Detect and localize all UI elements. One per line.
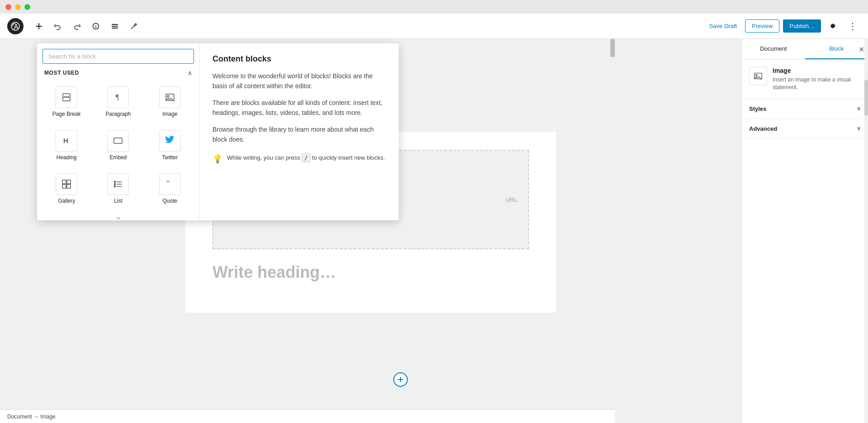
quote-icon: "	[159, 173, 181, 195]
toolbar: Save Draft Preview Publish… ⋮	[0, 14, 868, 39]
toolbar-left	[7, 18, 701, 34]
paragraph-label: Paragraph	[105, 111, 131, 117]
maximize-btn[interactable]	[24, 4, 30, 10]
block-item-heading[interactable]: H Heading	[41, 124, 92, 167]
block-info-title: Image	[773, 67, 861, 74]
sidebar-close-button[interactable]: ✕	[859, 45, 864, 53]
info-button[interactable]	[88, 18, 104, 34]
styles-accordion[interactable]: Styles ∨	[742, 99, 868, 119]
settings-button[interactable]	[825, 18, 841, 34]
heading-label: Heading	[57, 154, 77, 161]
paragraph-icon: ¶	[107, 86, 129, 108]
tab-document[interactable]: Document	[742, 39, 805, 59]
content-blocks-panel: Content blocks Welcome to the wonderful …	[200, 43, 399, 220]
most-used-header: Most used ∧	[37, 64, 199, 80]
quote-label: Quote	[162, 198, 177, 204]
close-btn[interactable]	[5, 4, 11, 10]
sidebar-scrollbar-thumb	[864, 80, 868, 116]
tip-text: While writing, you can press / to quickl…	[227, 153, 385, 162]
redo-button[interactable]	[69, 18, 85, 34]
svg-point-12	[167, 95, 169, 97]
preview-button[interactable]: Preview	[745, 19, 779, 33]
svg-point-27	[756, 74, 758, 76]
block-inserter-panel: Most used ∧ Page Break ¶ Paragraph	[37, 43, 399, 220]
svg-text:": "	[166, 179, 170, 188]
heading-placeholder[interactable]: Write heading…	[212, 263, 529, 282]
image-block-label: Image	[162, 111, 177, 117]
svg-rect-3	[112, 26, 118, 27]
advanced-accordion[interactable]: Advanced ∨	[742, 119, 868, 139]
breadcrumb: Document → Image	[7, 413, 56, 420]
titlebar	[0, 0, 868, 14]
list-view-button[interactable]	[107, 18, 123, 34]
block-info-section: Image Insert an image to make a visual s…	[742, 60, 868, 99]
content-blocks-body1: There are blocks available for all kinds…	[212, 98, 386, 118]
minimize-btn[interactable]	[15, 4, 21, 10]
block-search-input[interactable]	[42, 49, 194, 64]
svg-text:¶: ¶	[116, 93, 119, 101]
right-sidebar: Document Block ✕ Image Insert an image t…	[741, 39, 868, 423]
breadcrumb-bar: Document → Image	[0, 409, 615, 423]
content-blocks-body2: Browse through the library to learn more…	[212, 124, 386, 145]
gallery-label: Gallery	[58, 198, 75, 204]
undo-button[interactable]	[50, 18, 66, 34]
publish-button[interactable]: Publish…	[783, 19, 821, 33]
block-item-page-break[interactable]: Page Break	[41, 80, 92, 124]
search-area	[37, 43, 199, 64]
content-blocks-intro: Welcome to the wonderful world of blocks…	[212, 71, 386, 91]
block-item-gallery[interactable]: Gallery	[41, 167, 92, 210]
block-item-list[interactable]: List	[92, 167, 144, 210]
wp-logo[interactable]	[7, 18, 24, 34]
block-item-quote[interactable]: " Quote	[144, 167, 196, 210]
tip-icon: 💡	[212, 154, 222, 164]
svg-rect-14	[114, 138, 122, 143]
svg-rect-4	[112, 28, 118, 29]
page-break-label: Page Break	[52, 111, 81, 117]
block-item-twitter[interactable]: Twitter	[144, 124, 196, 167]
editor-add-block-button[interactable]	[393, 372, 408, 387]
most-used-collapse-button[interactable]: ∧	[188, 69, 192, 76]
block-info-text: Image Insert an image to make a visual s…	[773, 67, 861, 91]
page-break-icon	[56, 86, 77, 108]
svg-rect-17	[62, 185, 66, 188]
advanced-label: Advanced	[749, 125, 777, 132]
toolbar-right: Save Draft Preview Publish… ⋮	[705, 18, 861, 34]
svg-text:H: H	[63, 137, 68, 144]
block-item-image[interactable]: Image	[144, 80, 196, 124]
sidebar-tabs: Document Block ✕	[742, 39, 868, 60]
add-block-button[interactable]	[31, 18, 47, 34]
save-draft-button[interactable]: Save Draft	[705, 20, 741, 32]
block-item-paragraph[interactable]: ¶ Paragraph	[92, 80, 144, 124]
styles-chevron-icon: ∨	[857, 105, 861, 112]
blocks-grid: Page Break ¶ Paragraph Image	[37, 80, 199, 214]
editor-scrollbar-thumb	[610, 39, 615, 57]
tip-text1: While writing, you can press	[227, 154, 300, 161]
main-layout: Most used ∧ Page Break ¶ Paragraph	[0, 39, 868, 423]
svg-rect-18	[67, 185, 71, 188]
twitter-label: Twitter	[162, 154, 178, 161]
editor-scrollbar[interactable]	[610, 39, 615, 409]
twitter-icon	[159, 130, 181, 152]
svg-point-24	[114, 186, 116, 187]
most-used-label: Most used	[44, 70, 79, 76]
image-url-hint: URL.	[505, 196, 519, 203]
svg-point-23	[114, 184, 116, 185]
svg-rect-16	[67, 180, 71, 184]
tip-area: 💡 While writing, you can press / to quic…	[212, 153, 386, 164]
heading-icon: H	[56, 130, 77, 152]
slash-key: /	[302, 153, 310, 162]
svg-point-22	[114, 181, 116, 183]
tools-button[interactable]	[126, 18, 142, 34]
more-options-button[interactable]: ⋮	[844, 18, 861, 34]
sidebar-scrollbar[interactable]	[864, 39, 868, 423]
list-icon	[107, 173, 129, 195]
image-block-icon	[159, 86, 181, 108]
svg-rect-15	[62, 180, 66, 184]
tip-text2: to quickly insert new blocks.	[312, 154, 385, 161]
block-info-desc: Insert an image to make a visual stateme…	[773, 76, 861, 91]
block-icon-box	[749, 67, 767, 85]
block-list-panel: Most used ∧ Page Break ¶ Paragraph	[37, 43, 200, 220]
styles-label: Styles	[749, 105, 766, 112]
block-item-embed[interactable]: Embed	[92, 124, 144, 167]
embed-icon	[107, 130, 129, 152]
